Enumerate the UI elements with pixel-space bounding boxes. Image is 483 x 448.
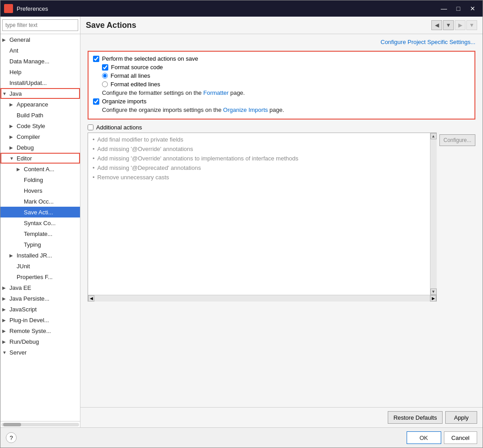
help-button[interactable]: ? bbox=[6, 432, 17, 443]
content-area: Configure Project Specific Settings... P… bbox=[80, 34, 483, 407]
nav-forward-button[interactable]: ▶ bbox=[455, 20, 465, 30]
configure-button[interactable]: Configure... bbox=[439, 134, 475, 146]
sidebar-item-compiler[interactable]: ▶ Compiler bbox=[0, 131, 80, 142]
organize-imports-description: Configure the organize imports settings … bbox=[102, 106, 470, 113]
sidebar-item-installed-jres[interactable]: ▶ Installed JR... bbox=[0, 250, 80, 261]
sidebar-item-appearance[interactable]: ▶ Appearance bbox=[0, 99, 80, 110]
nav-forward-dropdown[interactable]: ▼ bbox=[466, 20, 477, 30]
expand-arrow: ▶ bbox=[9, 124, 17, 129]
tree-container[interactable]: ▶ General Ant Data Manage... Help bbox=[0, 34, 80, 421]
minimize-button[interactable]: — bbox=[438, 4, 450, 13]
expand-arrow: ▼ bbox=[9, 156, 17, 161]
expand-arrow: ▶ bbox=[9, 134, 17, 139]
sidebar-item-java[interactable]: ▼ Java bbox=[0, 88, 80, 99]
list-vertical-scrollbar[interactable]: ▲ ▼ bbox=[430, 133, 436, 295]
sidebar-item-label: Compiler bbox=[17, 133, 40, 140]
list-horizontal-scrollbar[interactable]: ◀ ▶ bbox=[88, 295, 436, 301]
format-edited-lines-radio[interactable] bbox=[102, 81, 108, 87]
expand-arrow: ▶ bbox=[9, 253, 17, 258]
sidebar-item-templates[interactable]: Template... bbox=[0, 228, 80, 239]
nav-back-dropdown[interactable]: ▼ bbox=[443, 20, 454, 30]
sidebar-item-save-actions[interactable]: Save Acti... bbox=[0, 207, 80, 217]
sidebar-item-general[interactable]: ▶ General bbox=[0, 34, 80, 45]
scroll-track bbox=[430, 139, 437, 288]
organize-text-before: Configure the organize imports settings … bbox=[102, 106, 223, 113]
sidebar-item-run-debug[interactable]: ▶ Run/Debug bbox=[0, 336, 80, 347]
sidebar-item-hovers[interactable]: Hovers bbox=[0, 185, 80, 196]
window-title: Preferences bbox=[17, 5, 438, 12]
cancel-button[interactable]: Cancel bbox=[444, 431, 477, 444]
nav-buttons: ◀ ▼ ▶ ▼ bbox=[431, 20, 477, 30]
sidebar-item-label: Syntax Co... bbox=[24, 220, 56, 226]
scroll-down-button[interactable]: ▼ bbox=[430, 288, 437, 295]
close-button[interactable]: ✕ bbox=[466, 4, 479, 13]
sidebar-item-label: JUnit bbox=[17, 263, 30, 270]
format-all-lines-label: Format all lines bbox=[111, 72, 150, 79]
sidebar-item-label: Data Manage... bbox=[9, 58, 49, 65]
hscroll-right-button[interactable]: ▶ bbox=[430, 295, 436, 302]
sidebar-item-install-update[interactable]: Install/Updat... bbox=[0, 77, 80, 88]
footer-bar: ? OK Cancel bbox=[0, 427, 483, 448]
sidebar-item-typing[interactable]: Typing bbox=[0, 239, 80, 250]
formatter-link[interactable]: Formatter bbox=[203, 89, 228, 96]
list-item: Add missing '@Deprecated' annotations bbox=[88, 163, 430, 173]
sidebar-item-server[interactable]: ▼ Server bbox=[0, 347, 80, 358]
sidebar-item-properties[interactable]: Properties F... bbox=[0, 271, 80, 282]
perform-actions-checkbox[interactable] bbox=[93, 56, 99, 62]
sidebar-item-javascript[interactable]: ▶ JavaScript bbox=[0, 304, 80, 315]
restore-defaults-button[interactable]: Restore Defaults bbox=[388, 411, 443, 424]
sidebar-item-junit[interactable]: JUnit bbox=[0, 261, 80, 271]
sidebar-item-label: Hovers bbox=[24, 187, 42, 194]
sidebar-item-remote-systems[interactable]: ▶ Remote Syste... bbox=[0, 325, 80, 336]
ok-button[interactable]: OK bbox=[407, 431, 441, 444]
sidebar-item-build-path[interactable]: Build Path bbox=[0, 110, 80, 120]
sidebar-item-ant[interactable]: Ant bbox=[0, 45, 80, 56]
sidebar-hscroll[interactable] bbox=[0, 421, 80, 427]
sidebar-item-mark-occurrences[interactable]: Mark Occ... bbox=[0, 196, 80, 207]
sidebar-item-label: Typing bbox=[24, 241, 41, 248]
sidebar-item-label: Appearance bbox=[17, 101, 48, 108]
nav-back-button[interactable]: ◀ bbox=[431, 20, 442, 30]
sidebar-item-label: Save Acti... bbox=[24, 209, 53, 216]
sidebar-item-java-ee[interactable]: ▶ Java EE bbox=[0, 282, 80, 293]
hscroll-thumb bbox=[3, 423, 21, 426]
formatter-text-after: page. bbox=[229, 89, 245, 96]
apply-button[interactable]: Apply bbox=[445, 411, 477, 424]
sidebar-item-plugin-development[interactable]: ▶ Plug-in Devel... bbox=[0, 315, 80, 325]
organize-imports-checkbox[interactable] bbox=[93, 98, 99, 105]
maximize-button[interactable]: □ bbox=[452, 4, 465, 13]
actions-list-scroll-area: Add final modifier to private fields Add… bbox=[88, 133, 436, 295]
search-input[interactable] bbox=[2, 19, 78, 31]
organize-imports-link[interactable]: Organize Imports bbox=[223, 106, 268, 113]
formatter-description: Configure the formatter settings on the … bbox=[102, 89, 470, 96]
sidebar-item-help[interactable]: Help bbox=[0, 67, 80, 77]
sidebar-item-code-style[interactable]: ▶ Code Style bbox=[0, 120, 80, 131]
sidebar-item-debug[interactable]: ▶ Debug bbox=[0, 142, 80, 153]
app-icon bbox=[4, 4, 13, 13]
sidebar-item-data-management[interactable]: Data Manage... bbox=[0, 56, 80, 67]
scroll-up-button[interactable]: ▲ bbox=[430, 133, 437, 139]
sidebar-item-editor[interactable]: ▼ Editor bbox=[0, 153, 80, 164]
list-item: Remove unnecessary casts bbox=[88, 173, 430, 182]
expand-arrow: ▶ bbox=[9, 145, 17, 150]
sidebar-item-folding[interactable]: Folding bbox=[0, 174, 80, 185]
format-all-lines-radio[interactable] bbox=[102, 73, 108, 79]
title-bar: Preferences — □ ✕ bbox=[0, 0, 483, 17]
sidebar-item-syntax-coloring[interactable]: Syntax Co... bbox=[0, 217, 80, 228]
additional-actions-label: Additional actions bbox=[96, 124, 142, 131]
additional-actions-checkbox[interactable] bbox=[88, 124, 93, 130]
expand-arrow: ▶ bbox=[2, 339, 9, 344]
format-source-checkbox[interactable] bbox=[102, 64, 108, 71]
configure-project-link[interactable]: Configure Project Specific Settings... bbox=[381, 39, 475, 45]
hscroll-left-button[interactable]: ◀ bbox=[88, 295, 94, 302]
expand-arrow: ▶ bbox=[2, 328, 9, 333]
sidebar-item-content-assist[interactable]: ▶ Content A... bbox=[0, 164, 80, 174]
sidebar-item-label: Server bbox=[9, 349, 27, 356]
actions-list[interactable]: Add final modifier to private fields Add… bbox=[88, 133, 430, 295]
sidebar-item-java-persistence[interactable]: ▶ Java Persiste... bbox=[0, 293, 80, 304]
sidebar-item-label: Mark Occ... bbox=[24, 198, 53, 205]
actions-list-inner: Add final modifier to private fields Add… bbox=[88, 133, 430, 184]
expand-arrow: ▶ bbox=[17, 167, 24, 172]
hscroll-track bbox=[1, 423, 79, 426]
expand-arrow: ▶ bbox=[2, 318, 9, 323]
